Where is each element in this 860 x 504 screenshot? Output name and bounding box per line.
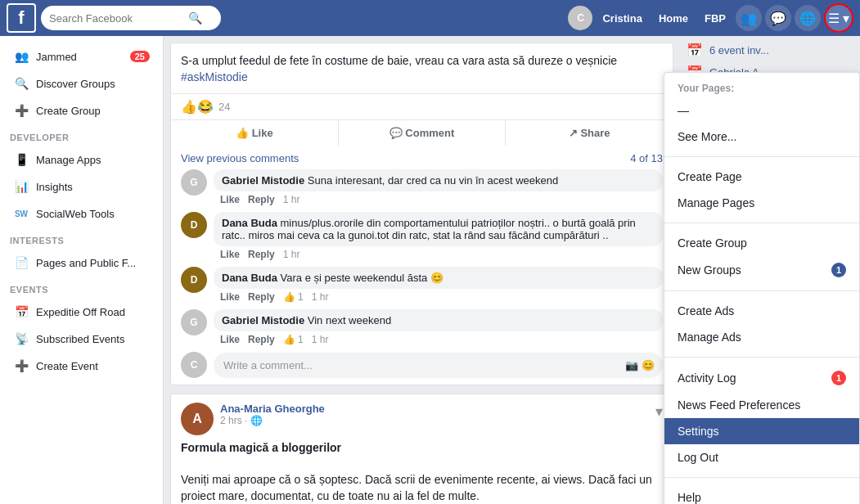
post-body: Formula magică a bloggerilor Veniți mai … [171,440,673,504]
home-nav-button[interactable]: Home [652,9,695,28]
comment-avatar: G [181,169,207,196]
comment-like-action[interactable]: Like [220,249,240,260]
comment-like-action[interactable]: Like [220,291,240,303]
comment-reply-action[interactable]: Reply [248,334,275,345]
friends-icon-button[interactable]: 👥 [736,5,762,31]
sidebar-item-manage-apps[interactable]: 📱 Manage Apps [3,146,160,173]
comment-text: Vara e și peste weekendul ăsta 😊 [281,272,444,284]
sidebar-item-pages-public[interactable]: 📄 Pages and Public F... [3,250,160,276]
events-section-label: EVENTS [0,277,163,298]
manage-ads-button[interactable]: Manage Ads [664,324,859,350]
new-groups-label: New Groups [678,263,741,277]
comment-bubble: Dana Buda minus/plus.ororile din comport… [214,212,663,246]
create-page-button[interactable]: Create Page [664,164,859,190]
activity-log-badge: 1 [831,371,846,385]
interests-section-label: INTERESTS [0,227,163,249]
sidebar-item-jammed[interactable]: 👥 Jammed 25 [3,43,160,70]
comment-like-count: 👍 1 [283,291,304,303]
settings-button[interactable]: Settings [664,418,859,444]
sidebar-item-socialweb-tools[interactable]: SW SocialWeb Tools [3,200,160,227]
post-reactions: 👍😂 24 [171,93,673,119]
comment-author: Dana Buda [222,217,277,229]
ads-section: Create Ads Manage Ads [664,291,859,358]
comment-input-box[interactable]: Write a comment... 📷 😊 [214,353,663,378]
post-card: S-a umplut feedul de fete în costume de … [170,43,673,385]
account-dropdown-button[interactable]: ☰ ▾ [824,3,853,33]
event-item[interactable]: 📅 6 event inv... [687,43,853,58]
comments-count: 4 of 13 [630,152,663,164]
sidebar-item-label: SocialWeb Tools [36,208,150,220]
comment-row: G Gabriel Mistodie Suna interesant, dar … [181,169,663,205]
post-header: A Ana-Maria Gheorghe 2 hrs · 🌐 ▾ [171,394,673,440]
create-group-button[interactable]: Create Group [664,230,859,256]
nav-username: Cristina [602,12,642,25]
nav-right: C Cristina Home FBP 👥 💬 🌐 ☰ ▾ [568,3,853,33]
sidebar-item-label: Discover Groups [36,78,150,90]
help-section: Help Support Inbox Report a Problem [664,478,859,504]
activity-log-button[interactable]: Activity Log 1 [664,364,859,392]
manage-pages-button[interactable]: Manage Pages [664,190,859,216]
sidebar-item-discover-groups[interactable]: 🔍 Discover Groups [3,70,160,97]
comment-bubble: Gabriel Mistodie Vin next weekend [214,309,663,331]
sidebar-item-insights[interactable]: 📊 Insights [3,173,160,200]
new-groups-button[interactable]: New Groups 1 [664,256,859,284]
sidebar-item-create-group[interactable]: ➕ Create Group [3,97,160,124]
comment-reply-action[interactable]: Reply [248,194,275,205]
comment-actions: Like Reply 👍 1 1 hr [214,291,663,303]
post-meta: Ana-Maria Gheorghe 2 hrs · 🌐 [220,403,655,426]
help-button[interactable]: Help [664,484,859,504]
comment-reply-action[interactable]: Reply [248,249,275,260]
pages-section: Your Pages: — See More... [664,73,859,157]
sidebar-item-label: Jammed [36,51,130,63]
pages-icon: 📄 [13,254,29,271]
share-button[interactable]: ↗ Share [506,120,673,146]
sidebar-item-create-event[interactable]: ➕ Create Event [3,353,160,379]
comment-text: minus/plus.ororile din comportamentului … [222,217,636,241]
comment-reply-action[interactable]: Reply [248,291,275,303]
see-more-pages-button[interactable]: See More... [664,124,859,150]
create-ads-button[interactable]: Create Ads [664,298,859,324]
news-feed-preferences-button[interactable]: News Feed Preferences [664,392,859,418]
pages-section-label: Your Pages: [664,79,859,97]
pages-placeholder: — [664,97,859,124]
comment-bubble: Gabriel Mistodie Suna interesant, dar cr… [214,169,663,191]
avatar: C [568,6,592,30]
fbp-nav-button[interactable]: FBP [698,9,732,28]
search-input[interactable] [49,12,188,25]
activity-log-label: Activity Log [678,371,736,385]
comment-like-action[interactable]: Like [220,334,240,345]
view-previous-comments[interactable]: View previous comments 4 of 13 [181,152,663,164]
comment-input-icons: 📷 😊 [625,359,655,371]
messages-icon-button[interactable]: 💬 [765,5,791,31]
like-button[interactable]: 👍 Like [171,120,339,146]
sidebar-item-label: Create Group [36,105,150,117]
post-hashtag-link[interactable]: #askMistodie [181,70,248,83]
comment-author: Dana Buda [222,272,277,284]
sidebar-item-subscribed-events[interactable]: 📡 Subscribed Events [3,326,160,352]
subscribed-events-icon: 📡 [13,331,29,347]
comment-placeholder: Write a comment... [223,359,630,371]
commenter-avatar: C [181,352,207,378]
insights-icon: 📊 [13,178,29,195]
account-section: Activity Log 1 News Feed Preferences Set… [664,358,859,478]
notifications-icon-button[interactable]: 🌐 [795,5,821,31]
comment-like-action[interactable]: Like [220,194,240,205]
sidebar-item-expedition[interactable]: 📅 Expeditie Off Road [3,299,160,325]
comment-row: D Dana Buda Vara e și peste weekendul ăs… [181,267,663,303]
pages-management-section: Create Page Manage Pages [664,157,859,223]
event-icon: 📅 [687,43,703,58]
post-card: A Ana-Maria Gheorghe 2 hrs · 🌐 ▾ Formula… [170,394,673,504]
facebook-logo[interactable]: f [7,3,36,33]
comment-time: 1 hr [312,334,329,345]
sidebar-item-label: Manage Apps [36,154,150,166]
sidebar-item-label: Insights [36,181,150,193]
log-out-button[interactable]: Log Out [664,444,859,470]
post-author[interactable]: Ana-Maria Gheorghe [220,403,655,415]
developer-section-label: DEVELOPER [0,124,163,146]
post-actions: 👍 Like 💬 Comment ↗ Share [171,119,673,146]
comment-button[interactable]: 💬 Comment [339,120,507,146]
new-groups-badge: 1 [831,263,846,277]
sidebar-item-label: Pages and Public F... [36,257,150,269]
comment-time: 1 hr [312,291,329,303]
post-options-button[interactable]: ▾ [655,403,663,421]
